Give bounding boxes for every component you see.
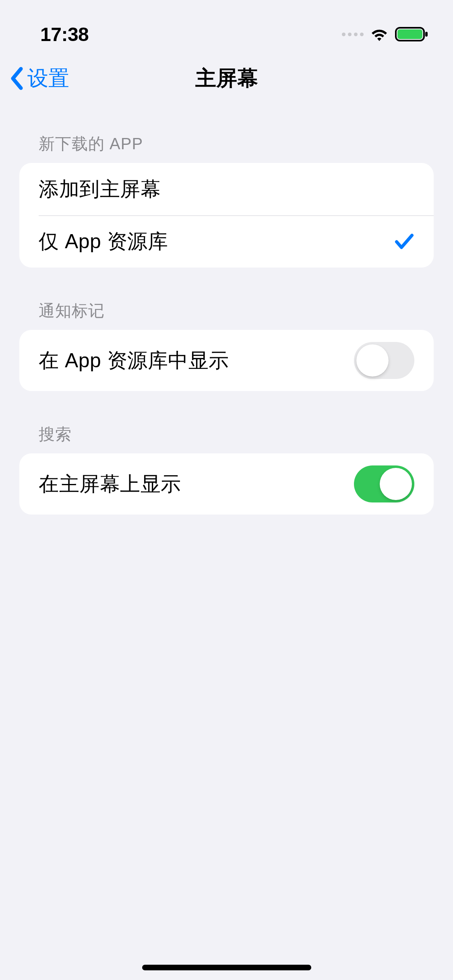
battery-icon <box>395 26 429 42</box>
row-label: 在主屏幕上显示 <box>39 471 181 498</box>
row-show-in-app-library: 在 App 资源库中显示 <box>19 330 434 391</box>
wifi-icon <box>369 27 389 42</box>
section-notification-badges: 通知标记 在 App 资源库中显示 <box>19 300 434 391</box>
section-new-downloads: 新下载的 APP 添加到主屏幕 仅 App 资源库 <box>19 133 434 268</box>
section-body: 在主屏幕上显示 <box>19 453 434 515</box>
svg-rect-2 <box>425 32 428 37</box>
page-title: 主屏幕 <box>195 64 258 93</box>
status-time: 17:38 <box>40 23 89 45</box>
section-header: 搜索 <box>19 423 434 453</box>
row-label: 添加到主屏幕 <box>39 176 161 203</box>
row-label: 仅 App 资源库 <box>39 228 168 255</box>
content: 新下载的 APP 添加到主屏幕 仅 App 资源库 通知标记 在 App 资源库… <box>0 133 453 515</box>
checkmark-icon <box>394 232 414 251</box>
toggle-knob <box>356 344 389 377</box>
nav-header: 设置 主屏幕 <box>0 52 453 105</box>
section-header: 通知标记 <box>19 300 434 330</box>
option-add-to-home-screen[interactable]: 添加到主屏幕 <box>19 163 434 215</box>
back-button[interactable]: 设置 <box>10 64 69 93</box>
chevron-left-icon <box>10 66 24 91</box>
section-body: 添加到主屏幕 仅 App 资源库 <box>19 163 434 268</box>
status-bar: 17:38 <box>0 0 453 52</box>
back-label: 设置 <box>27 64 69 93</box>
svg-rect-1 <box>397 29 422 39</box>
row-label: 在 App 资源库中显示 <box>39 347 229 374</box>
section-search: 搜索 在主屏幕上显示 <box>19 423 434 515</box>
section-body: 在 App 资源库中显示 <box>19 330 434 391</box>
home-indicator[interactable] <box>142 965 311 970</box>
toggle-show-on-home-screen[interactable] <box>354 465 414 502</box>
option-app-library-only[interactable]: 仅 App 资源库 <box>19 215 434 268</box>
signal-dots-icon <box>342 33 364 36</box>
section-header: 新下载的 APP <box>19 133 434 163</box>
toggle-knob <box>380 468 412 500</box>
row-show-on-home-screen: 在主屏幕上显示 <box>19 453 434 515</box>
toggle-show-in-app-library[interactable] <box>354 342 414 379</box>
status-indicators <box>342 26 429 42</box>
